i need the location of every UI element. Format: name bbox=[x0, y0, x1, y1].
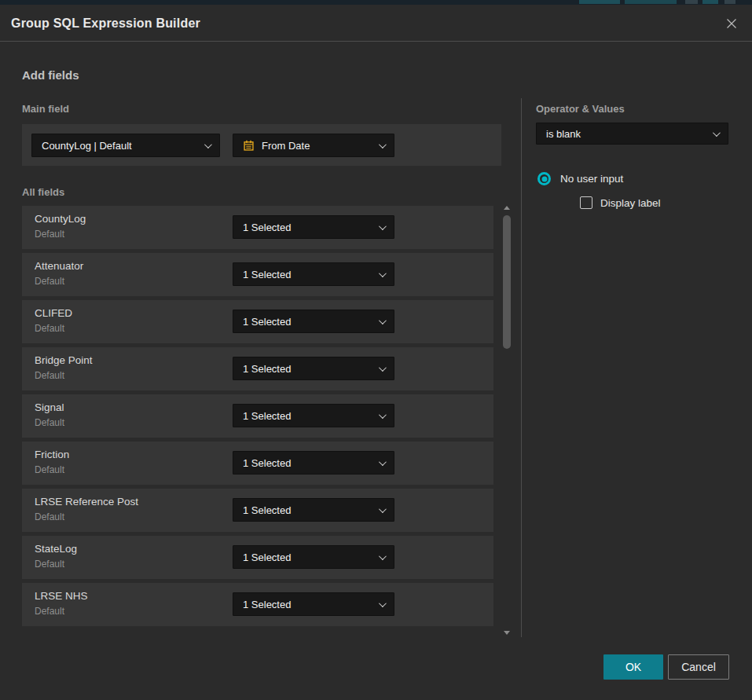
field-row: Bridge Point Default 1 Selected bbox=[22, 347, 493, 390]
background-fragment bbox=[685, 0, 698, 4]
main-field-panel: CountyLog | Default From Date bbox=[22, 124, 501, 166]
operator-values-label: Operator & Values bbox=[536, 103, 625, 115]
chevron-down-icon bbox=[379, 269, 387, 277]
list-scrollbar[interactable] bbox=[503, 203, 511, 635]
add-fields-heading: Add fields bbox=[22, 68, 79, 82]
checkbox-label: Display label bbox=[600, 197, 661, 209]
field-selection-dropdown[interactable]: 1 Selected bbox=[233, 404, 394, 427]
field-row: CLIFED Default 1 Selected bbox=[22, 300, 493, 343]
field-sublabel: Default bbox=[35, 323, 64, 334]
main-field-field-dropdown[interactable]: From Date bbox=[233, 134, 394, 157]
close-button[interactable] bbox=[721, 13, 743, 35]
radio-selected-icon bbox=[537, 172, 551, 185]
scrollbar-thumb[interactable] bbox=[503, 215, 511, 349]
field-row: StateLog Default 1 Selected bbox=[22, 536, 493, 579]
field-sublabel: Default bbox=[35, 229, 64, 240]
chevron-down-icon bbox=[379, 411, 387, 419]
chevron-down-icon bbox=[379, 552, 387, 560]
dropdown-value: 1 Selected bbox=[243, 457, 379, 469]
all-fields-label: All fields bbox=[22, 186, 64, 198]
scroll-up-icon[interactable] bbox=[504, 206, 510, 210]
dialog-title: Group SQL Expression Builder bbox=[11, 5, 200, 42]
field-selection-dropdown[interactable]: 1 Selected bbox=[233, 451, 394, 475]
field-name: Attenuator bbox=[35, 260, 83, 272]
all-fields-list: CountyLog Default 1 Selected Attenuator … bbox=[22, 206, 493, 630]
sql-expression-builder-dialog: Group SQL Expression Builder Add fields … bbox=[0, 5, 752, 700]
field-selection-dropdown[interactable]: 1 Selected bbox=[233, 498, 394, 522]
radio-label: No user input bbox=[560, 173, 623, 185]
field-sublabel: Default bbox=[35, 370, 64, 381]
calendar-icon bbox=[243, 140, 255, 152]
chevron-down-icon bbox=[204, 141, 212, 148]
dialog-header: Group SQL Expression Builder bbox=[0, 5, 752, 42]
field-sublabel: Default bbox=[35, 511, 64, 522]
chevron-down-icon bbox=[379, 364, 387, 372]
panel-divider bbox=[521, 98, 522, 637]
dropdown-value: is blank bbox=[546, 128, 713, 140]
dropdown-value: 1 Selected bbox=[243, 599, 379, 610]
field-name: StateLog bbox=[35, 543, 77, 555]
field-row: Attenuator Default 1 Selected bbox=[22, 253, 493, 296]
operator-dropdown[interactable]: is blank bbox=[536, 123, 728, 145]
screen: Group SQL Expression Builder Add fields … bbox=[0, 0, 752, 700]
field-sublabel: Default bbox=[35, 559, 64, 570]
field-name: CountyLog bbox=[35, 213, 86, 225]
dropdown-value: 1 Selected bbox=[243, 363, 379, 375]
no-user-input-radio[interactable]: No user input bbox=[537, 172, 623, 185]
field-name: Friction bbox=[35, 449, 69, 460]
dropdown-value: 1 Selected bbox=[243, 269, 379, 280]
field-row: Signal Default 1 Selected bbox=[22, 394, 493, 438]
field-sublabel: Default bbox=[35, 464, 64, 475]
field-selection-dropdown[interactable]: 1 Selected bbox=[233, 545, 394, 569]
chevron-down-icon bbox=[379, 505, 387, 513]
dropdown-value: 1 Selected bbox=[243, 410, 379, 422]
main-field-label: Main field bbox=[22, 103, 69, 115]
dropdown-value: 1 Selected bbox=[243, 504, 379, 516]
field-sublabel: Default bbox=[35, 606, 64, 617]
chevron-down-icon bbox=[713, 129, 721, 137]
dropdown-value: 1 Selected bbox=[243, 552, 379, 563]
field-name: Bridge Point bbox=[35, 354, 93, 366]
field-name: LRSE NHS bbox=[35, 590, 88, 602]
background-fragment bbox=[724, 0, 735, 4]
field-selection-dropdown[interactable]: 1 Selected bbox=[233, 215, 394, 239]
field-sublabel: Default bbox=[35, 417, 64, 428]
dropdown-value: 1 Selected bbox=[243, 316, 379, 328]
field-row: LRSE NHS Default 1 Selected bbox=[22, 583, 493, 626]
dropdown-value: 1 Selected bbox=[243, 222, 379, 233]
field-row: CountyLog Default 1 Selected bbox=[22, 206, 493, 249]
main-field-source-dropdown[interactable]: CountyLog | Default bbox=[31, 134, 220, 157]
cancel-button[interactable]: Cancel bbox=[668, 654, 729, 680]
chevron-down-icon bbox=[379, 599, 387, 607]
dropdown-value: CountyLog | Default bbox=[42, 140, 204, 152]
chevron-down-icon bbox=[379, 458, 387, 466]
background-fragment bbox=[579, 0, 620, 4]
field-selection-dropdown[interactable]: 1 Selected bbox=[233, 262, 394, 286]
dropdown-value: From Date bbox=[262, 140, 379, 152]
field-selection-dropdown[interactable]: 1 Selected bbox=[233, 310, 394, 333]
chevron-down-icon bbox=[379, 222, 387, 230]
field-name: Signal bbox=[35, 401, 64, 413]
field-selection-dropdown[interactable]: 1 Selected bbox=[233, 592, 394, 616]
checkbox-unchecked-icon bbox=[580, 196, 592, 209]
background-fragment bbox=[625, 0, 677, 4]
ok-button[interactable]: OK bbox=[603, 654, 663, 680]
close-icon bbox=[725, 17, 738, 30]
field-selection-dropdown[interactable]: 1 Selected bbox=[233, 357, 394, 380]
field-row: Friction Default 1 Selected bbox=[22, 442, 493, 485]
field-sublabel: Default bbox=[35, 276, 64, 287]
field-row: LRSE Reference Post Default 1 Selected bbox=[22, 489, 493, 532]
background-fragment bbox=[702, 0, 718, 4]
chevron-down-icon bbox=[379, 317, 387, 324]
field-name: LRSE Reference Post bbox=[35, 496, 138, 508]
scroll-down-icon[interactable] bbox=[504, 631, 510, 635]
field-name: CLIFED bbox=[35, 307, 72, 319]
chevron-down-icon bbox=[379, 141, 387, 148]
display-label-checkbox[interactable]: Display label bbox=[580, 196, 661, 209]
